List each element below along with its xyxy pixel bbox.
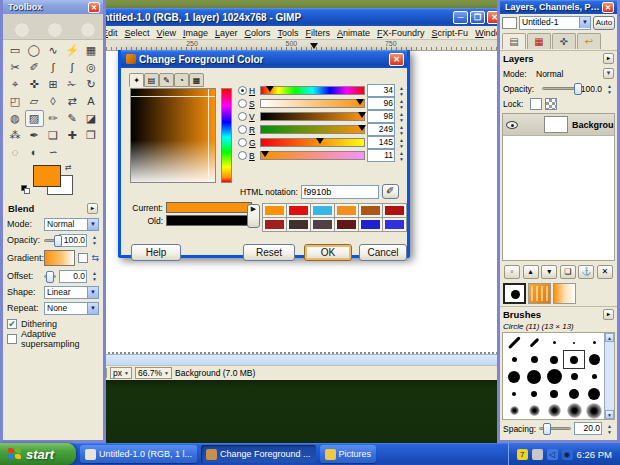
- tool-color-picker[interactable]: ʃ: [63, 59, 82, 76]
- history-tab[interactable]: ↩: [577, 33, 601, 49]
- history-menu-button[interactable]: ▶: [247, 204, 260, 228]
- color-square[interactable]: [130, 88, 216, 183]
- brush-scrollbar[interactable]: ▲ ▼: [604, 333, 614, 419]
- eyedropper-button[interactable]: ✐: [382, 184, 399, 199]
- menu-layer[interactable]: Layer: [212, 28, 241, 38]
- tool-smudge[interactable]: ∽: [44, 144, 63, 161]
- opacity-value[interactable]: 100.0: [59, 234, 87, 247]
- layer-row-background[interactable]: Background: [503, 114, 614, 136]
- slider-track-v[interactable]: [260, 112, 365, 121]
- slider-marker[interactable]: [316, 138, 324, 144]
- tool-move[interactable]: ✜: [25, 76, 44, 93]
- brush-item[interactable]: [524, 385, 544, 402]
- menu-tools[interactable]: Tools: [275, 28, 302, 38]
- tool-blur-sharpen[interactable]: ◌: [6, 144, 25, 161]
- tool-scissors-select[interactable]: ✂: [6, 59, 25, 76]
- tool-rotate[interactable]: ↻: [82, 76, 101, 93]
- hue-strip[interactable]: [221, 88, 232, 183]
- tool-clone[interactable]: ❏: [44, 127, 63, 144]
- palette-tab[interactable]: ▦: [189, 73, 204, 87]
- unit-select[interactable]: px▼: [110, 367, 132, 379]
- task-color-dialog[interactable]: Change Foreground ...: [201, 445, 316, 463]
- tool-text[interactable]: A: [82, 93, 101, 110]
- brush-item[interactable]: [564, 402, 584, 419]
- default-colors-icon[interactable]: [21, 185, 31, 194]
- menu-view[interactable]: View: [154, 28, 179, 38]
- help-button[interactable]: Help: [131, 244, 181, 261]
- menu-colors[interactable]: Colors: [241, 28, 273, 38]
- tool-airbrush[interactable]: ⁂: [6, 127, 25, 144]
- slider-value-s[interactable]: 96: [367, 97, 395, 110]
- paths-tab[interactable]: ✜: [552, 33, 576, 49]
- new-layer-button[interactable]: ▫: [504, 265, 520, 279]
- radio-b[interactable]: [238, 151, 247, 160]
- tool-ink[interactable]: ✒: [25, 127, 44, 144]
- history-swatch[interactable]: [383, 204, 406, 217]
- history-swatch[interactable]: [263, 218, 286, 231]
- spinner-arrows[interactable]: ▲▼: [397, 124, 406, 136]
- spinner-arrows[interactable]: ▲▼: [397, 150, 406, 162]
- brushes-menu-button[interactable]: ▸: [603, 309, 614, 320]
- slider-value-v[interactable]: 98: [367, 110, 395, 123]
- dock-close-icon[interactable]: ✕: [602, 2, 614, 13]
- brush-item[interactable]: [544, 402, 564, 419]
- lock-pixels-checkbox[interactable]: [530, 98, 542, 110]
- tool-free-select[interactable]: ∿: [44, 42, 63, 59]
- slider-track-r[interactable]: [260, 125, 365, 134]
- radio-v[interactable]: [238, 112, 247, 121]
- brush-item[interactable]: [504, 368, 524, 385]
- history-swatch[interactable]: [335, 218, 358, 231]
- scroll-down-icon[interactable]: ▼: [605, 410, 614, 419]
- cmyk-tab[interactable]: ▤: [144, 73, 159, 87]
- brush-item[interactable]: [524, 334, 544, 351]
- tray-icon-app[interactable]: [532, 449, 543, 460]
- image-window-titlebar[interactable]: Untitled-1.0 (RGB, 1 layer) 1024x768 - G…: [91, 8, 505, 26]
- menu-animate[interactable]: Animate: [334, 28, 373, 38]
- gimp-tab[interactable]: ✦: [129, 73, 144, 87]
- old-color-bar[interactable]: [166, 215, 252, 226]
- radio-r[interactable]: [238, 125, 247, 134]
- tool-paths[interactable]: ∫: [44, 59, 63, 76]
- brush-item[interactable]: [544, 351, 564, 368]
- spinner-arrows[interactable]: ▲▼: [605, 423, 614, 435]
- brush-item[interactable]: [504, 334, 524, 351]
- lower-layer-button[interactable]: ▾: [541, 265, 557, 279]
- tool-perspective[interactable]: ◊: [44, 93, 63, 110]
- toolbox-close-icon[interactable]: ✕: [88, 2, 100, 13]
- tool-scale[interactable]: ◰: [6, 93, 25, 110]
- tray-icon-keyboard[interactable]: 7: [517, 449, 528, 460]
- tool-heal[interactable]: ✚: [63, 127, 82, 144]
- tool-paintbrush[interactable]: ✎: [63, 110, 82, 127]
- brush-item[interactable]: [524, 368, 544, 385]
- slider-track-b[interactable]: [260, 151, 365, 160]
- reverse-checkbox[interactable]: [78, 253, 88, 263]
- gradient-swatch[interactable]: [44, 250, 75, 266]
- tool-ellipse-select[interactable]: ◯: [25, 42, 44, 59]
- dock-titlebar[interactable]: Layers, Channels, Paths, Undo - ✕: [500, 0, 617, 14]
- slider-marker[interactable]: [261, 151, 269, 157]
- scroll-up-icon[interactable]: ▲: [605, 333, 614, 342]
- tool-perspective-clone[interactable]: ❐: [82, 127, 101, 144]
- dialog-close-icon[interactable]: ✕: [389, 53, 404, 66]
- radio-g[interactable]: [238, 138, 247, 147]
- spinner-arrows[interactable]: ▲▼: [397, 85, 406, 97]
- brush-item[interactable]: [544, 368, 564, 385]
- menu-script-fu[interactable]: Script-Fu: [429, 28, 472, 38]
- brush-item[interactable]: [504, 385, 524, 402]
- history-swatch[interactable]: [359, 218, 382, 231]
- layer-opacity-slider[interactable]: [542, 87, 578, 90]
- shape-select[interactable]: Linear▼: [44, 286, 99, 299]
- spinner-arrows[interactable]: ▲▼: [397, 111, 406, 123]
- adaptive-supersampling-checkbox[interactable]: [7, 334, 17, 344]
- history-swatch[interactable]: [263, 204, 286, 217]
- slider-value-g[interactable]: 145: [367, 136, 395, 149]
- menu-fx-foundry[interactable]: FX-Foundry: [374, 28, 428, 38]
- tool-align[interactable]: ⊞: [44, 76, 63, 93]
- active-gradient-thumb[interactable]: [553, 283, 576, 304]
- repeat-select[interactable]: None▼: [44, 302, 99, 315]
- offset-value[interactable]: 0.0: [59, 270, 87, 283]
- brush-item[interactable]: [504, 351, 524, 368]
- image-select[interactable]: Untitled-1▼: [519, 16, 591, 30]
- slider-marker[interactable]: [358, 112, 366, 118]
- opacity-slider[interactable]: [44, 239, 56, 242]
